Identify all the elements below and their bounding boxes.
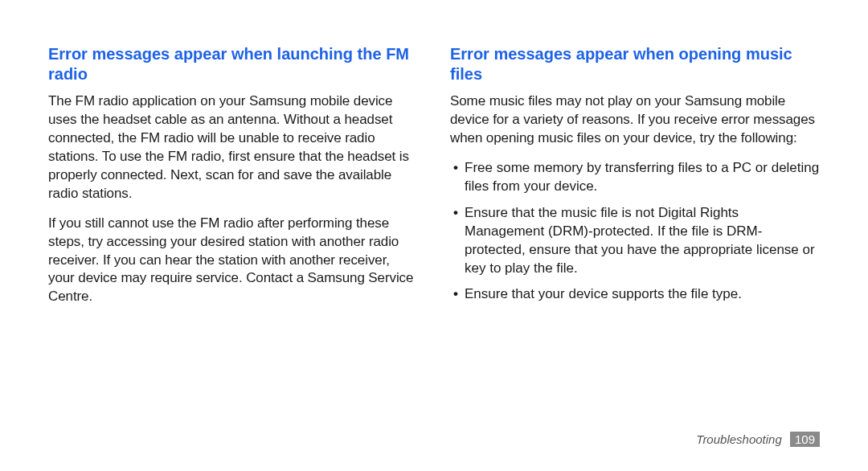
list-item: Ensure that the music file is not Digita…: [465, 204, 820, 278]
left-heading: Error messages appear when launching the…: [48, 44, 418, 84]
page-footer: Troubleshooting 109: [696, 432, 820, 447]
right-column: Error messages appear when opening music…: [450, 44, 820, 317]
list-item: Free some memory by transferring files t…: [465, 159, 820, 196]
right-bullet-list: Free some memory by transferring files t…: [450, 159, 820, 305]
right-intro: Some music files may not play on your Sa…: [450, 92, 820, 148]
document-page: Error messages appear when launching the…: [0, 0, 868, 471]
right-heading: Error messages appear when opening music…: [450, 44, 820, 84]
left-paragraph-1: The FM radio application on your Samsung…: [48, 92, 418, 203]
left-paragraph-2: If you still cannot use the FM radio aft…: [48, 215, 418, 307]
two-column-layout: Error messages appear when launching the…: [48, 44, 820, 317]
list-item: Ensure that your device supports the fil…: [465, 285, 820, 304]
footer-page-number: 109: [790, 432, 820, 447]
left-column: Error messages appear when launching the…: [48, 44, 418, 317]
footer-section-name: Troubleshooting: [696, 432, 781, 446]
